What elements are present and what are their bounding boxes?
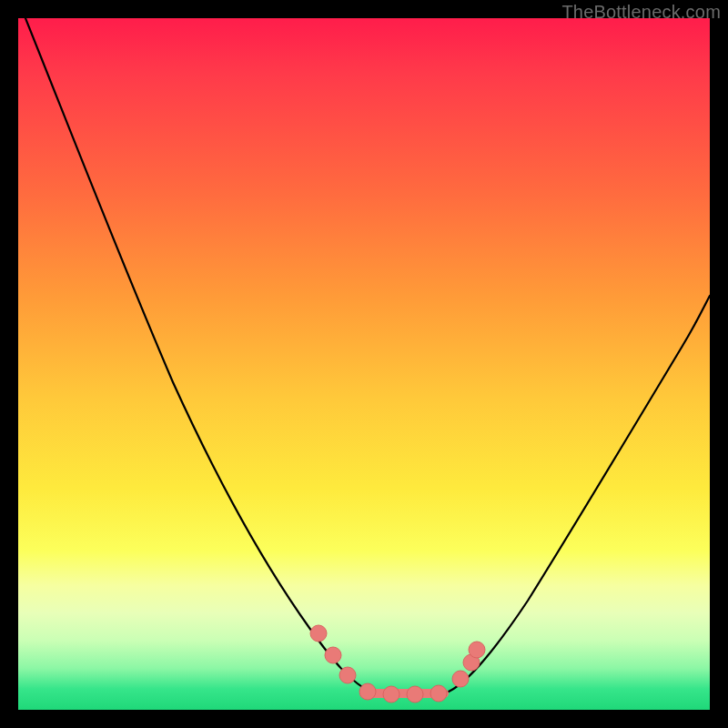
watermark-text: TheBottleneck.com bbox=[561, 2, 721, 23]
marker-point bbox=[469, 642, 485, 658]
marker-point bbox=[339, 667, 356, 683]
marker-point bbox=[430, 685, 447, 702]
curve-layer bbox=[18, 18, 710, 710]
marker-point bbox=[310, 625, 327, 642]
chart-frame: TheBottleneck.com bbox=[0, 0, 728, 728]
marker-point bbox=[359, 683, 376, 700]
marker-point bbox=[325, 647, 341, 663]
marker-point bbox=[383, 686, 399, 703]
bottleneck-curve bbox=[25, 18, 710, 693]
marker-point bbox=[452, 671, 469, 687]
plot-area bbox=[18, 18, 710, 710]
marker-point bbox=[407, 686, 423, 703]
